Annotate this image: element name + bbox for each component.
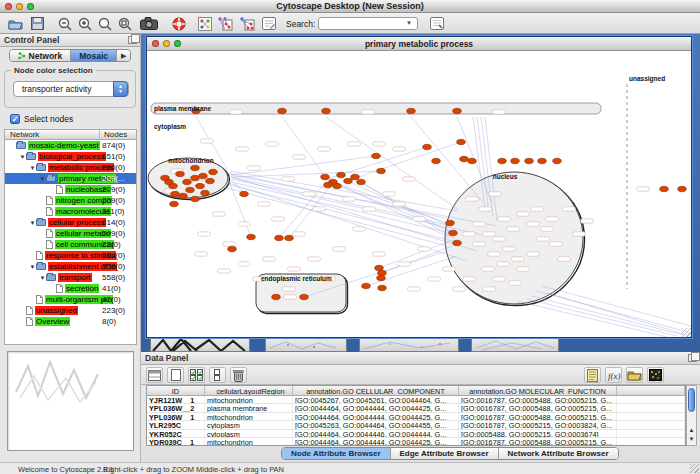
search-dropdown-arrow-icon[interactable]: ▼ xyxy=(406,20,412,26)
network-node[interactable] xyxy=(321,174,330,179)
tree-row-response-to-stimulu[interactable]: response to stimulu264(0) xyxy=(5,250,136,261)
edge[interactable] xyxy=(228,176,477,251)
tree-header[interactable]: Network Nodes xyxy=(4,129,137,140)
disclosure-arrow-icon[interactable]: ▼ xyxy=(39,275,46,281)
background-window[interactable] xyxy=(150,337,250,352)
network-node[interactable] xyxy=(240,191,249,196)
app-resize-grip[interactable] xyxy=(690,464,699,473)
tree-row-cellular-metabo[interactable]: cellular metabo209(0) xyxy=(5,228,136,239)
tree-row-metabolic-process[interactable]: ▼metabolic process280(0) xyxy=(5,162,136,173)
network-node[interactable] xyxy=(324,182,333,187)
network-node[interactable] xyxy=(525,158,534,163)
new-network-from-selection-icon[interactable] xyxy=(216,15,234,32)
tab-overflow-arrow[interactable]: ▶ xyxy=(117,50,130,61)
network-node[interactable] xyxy=(453,108,462,113)
network-node[interactable] xyxy=(191,175,200,180)
table-row[interactable]: YDR039C__1mitochondrion[GO:0044464, GO:0… xyxy=(147,438,685,446)
select-attributes-icon[interactable] xyxy=(188,367,205,383)
tree-row-cell-communicat[interactable]: cell communicat22(0) xyxy=(5,239,136,250)
snapshot-camera-icon[interactable] xyxy=(140,15,158,32)
tree-row-secretion[interactable]: secretion41(0) xyxy=(5,283,136,294)
network-node[interactable] xyxy=(372,153,381,158)
column-header[interactable]: _cellularLayoutRegion xyxy=(205,386,293,395)
save-session-icon[interactable] xyxy=(28,15,46,32)
function-builder-icon[interactable]: f(x) xyxy=(605,367,622,383)
network-node[interactable] xyxy=(344,178,353,183)
tab-node-attribute-browser[interactable]: Node Attribute Browser xyxy=(282,448,391,459)
network-node[interactable] xyxy=(176,171,185,176)
attribute-table[interactable]: ID_cellularLayoutRegionannotation.GO CEL… xyxy=(146,385,686,446)
attribute-matrix-icon[interactable] xyxy=(647,367,664,383)
network-node[interactable] xyxy=(377,168,386,173)
tree-row-unassigned[interactable]: unassigned223(0) xyxy=(5,305,136,316)
network-node[interactable] xyxy=(285,235,294,240)
network-node[interactable] xyxy=(432,158,441,163)
attribute-grid-icon[interactable] xyxy=(146,367,163,383)
zoom-in-icon[interactable] xyxy=(76,15,94,32)
network-node[interactable] xyxy=(553,158,562,163)
advanced-search-icon[interactable] xyxy=(428,15,446,32)
new-network-from-selection-edges-icon[interactable] xyxy=(238,15,256,32)
network-node[interactable] xyxy=(183,179,192,184)
edge[interactable] xyxy=(542,286,691,326)
edge[interactable] xyxy=(333,182,447,223)
create-attribute-icon[interactable] xyxy=(167,367,184,383)
network-node[interactable] xyxy=(337,172,346,177)
network-node[interactable] xyxy=(201,190,210,195)
network-node[interactable] xyxy=(333,183,342,188)
network-node[interactable] xyxy=(199,173,208,178)
network-node[interactable] xyxy=(170,201,179,206)
network-node[interactable] xyxy=(322,108,331,113)
open-file-icon[interactable] xyxy=(6,15,24,32)
disclosure-arrow-icon[interactable]: ▼ xyxy=(29,264,36,270)
network-node[interactable] xyxy=(407,108,416,113)
background-window[interactable] xyxy=(265,337,347,352)
network-node[interactable] xyxy=(209,169,218,174)
disclosure-arrow-icon[interactable]: ▼ xyxy=(39,176,46,182)
scrollbar-thumb[interactable] xyxy=(688,388,695,412)
tab-network-attribute-browser[interactable]: Network Attribute Browser xyxy=(499,448,618,459)
tree-row-establishment-of-lo[interactable]: ▼establishment of lo558(0) xyxy=(5,261,136,272)
tree-row-mosaic-demo-yeast[interactable]: mosaic-demo-yeast874(0) xyxy=(5,140,136,151)
tree-row-transport[interactable]: ▼transport558(0) xyxy=(5,272,136,283)
network-node[interactable] xyxy=(378,285,387,290)
region-plasma-membrane[interactable] xyxy=(151,103,601,114)
float-panel-icon[interactable] xyxy=(688,354,697,362)
network-node[interactable] xyxy=(423,144,432,149)
tab-mosaic[interactable]: Mosaic xyxy=(71,50,117,61)
zoom-selected-icon[interactable] xyxy=(116,15,134,32)
tree-row-nucleobase-[interactable]: nucleobase-209(0) xyxy=(5,184,136,195)
edge[interactable] xyxy=(537,291,691,333)
tree-row-macromolecule[interactable]: macromolecule311(0) xyxy=(5,206,136,217)
table-row[interactable]: YKR052Ccytoplasm[GO:0044464, GO:0044446,… xyxy=(147,430,685,438)
network-node[interactable] xyxy=(660,186,669,191)
edge[interactable] xyxy=(325,178,449,237)
birdseye-view-panel[interactable] xyxy=(7,351,134,451)
network-node[interactable] xyxy=(511,158,520,163)
table-header-row[interactable]: ID_cellularLayoutRegionannotation.GO CEL… xyxy=(147,386,685,396)
network-node[interactable] xyxy=(196,183,205,188)
network-node[interactable] xyxy=(278,108,287,113)
network-node[interactable] xyxy=(206,178,215,183)
table-row[interactable]: YPL036W__2plasma membrane[GO:0044464, GO… xyxy=(147,404,685,412)
tree-row-biological-process[interactable]: ▼biological_process651(0) xyxy=(5,151,136,162)
network-node[interactable] xyxy=(446,220,455,225)
network-node[interactable] xyxy=(378,270,387,275)
edge[interactable] xyxy=(527,299,677,336)
help-ring-icon[interactable] xyxy=(170,15,188,32)
network-node[interactable] xyxy=(375,265,384,270)
disclosure-arrow-icon[interactable]: ▼ xyxy=(29,220,36,226)
network-node[interactable] xyxy=(362,283,371,288)
background-window[interactable] xyxy=(471,337,559,352)
attribute-notes-icon[interactable] xyxy=(584,367,601,383)
disclosure-arrow-icon[interactable]: ▼ xyxy=(29,165,36,171)
column-header[interactable]: annotation.GO CELLULAR_COMPONENT xyxy=(293,386,459,395)
tree-row-multi-organism-pro[interactable]: multi-organism pro42(0) xyxy=(5,294,136,305)
select-nodes-checkbox[interactable]: ✓ xyxy=(10,114,20,124)
search-input[interactable] xyxy=(318,17,418,30)
network-node[interactable] xyxy=(351,174,360,179)
tree-row-overview[interactable]: Overview8(0) xyxy=(5,316,136,327)
annotation-icon[interactable] xyxy=(260,15,278,32)
tree-row-primary-metabo[interactable]: ▼primary metabo209(... xyxy=(5,173,136,184)
network-node[interactable] xyxy=(272,294,281,299)
